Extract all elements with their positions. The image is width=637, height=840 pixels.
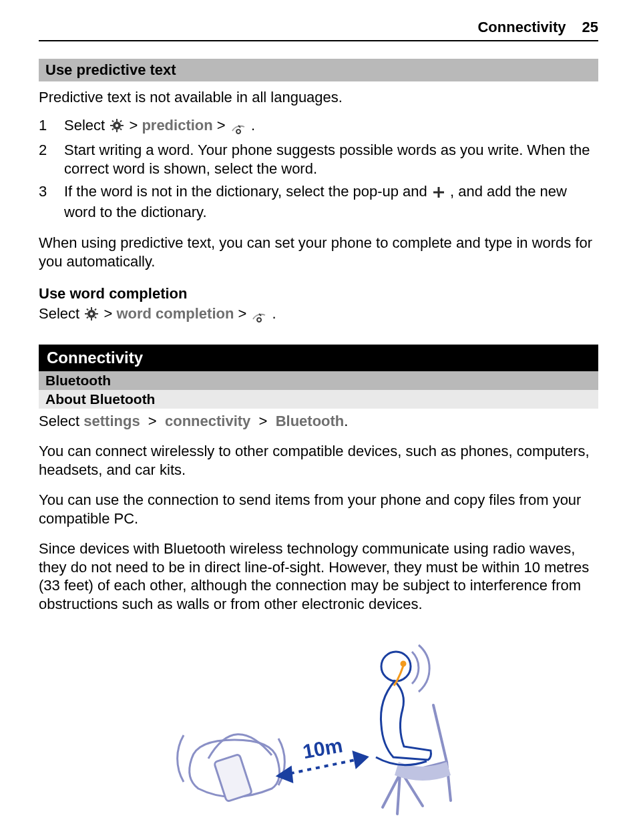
svg-rect-11: [433, 191, 444, 193]
bt-paragraph-3: Since devices with Bluetooth wireless te…: [39, 540, 598, 613]
svg-rect-6: [120, 128, 122, 130]
gt-glyph: >: [259, 413, 268, 429]
distance-label: 10m: [301, 734, 345, 763]
menu-item-connectivity: connectivity: [165, 413, 250, 429]
svg-rect-18: [94, 317, 97, 319]
step-3: 3 If the word is not in the dictionary, …: [39, 182, 598, 222]
step-2: 2 Start writing a word. Your phone sugge…: [39, 141, 598, 178]
svg-point-27: [401, 662, 405, 666]
menu-item-prediction: prediction: [142, 117, 216, 134]
numbered-steps: 1 Select > prediction > . 2 Start writin…: [39, 116, 598, 222]
word-completion-line: Select > word completion > .: [39, 305, 598, 325]
period-glyph: .: [272, 305, 276, 322]
select-label: Select: [39, 413, 83, 429]
bt-paragraph-2: You can use the connection to send items…: [39, 491, 598, 528]
svg-rect-19: [94, 308, 97, 311]
svg-rect-13: [91, 307, 92, 310]
svg-point-9: [116, 124, 118, 126]
svg-rect-5: [112, 120, 114, 122]
svg-point-26: [381, 652, 411, 681]
gear-icon: [110, 118, 124, 137]
svg-point-21: [90, 312, 93, 315]
section-title-bluetooth: Bluetooth: [39, 371, 598, 390]
svg-line-23: [282, 759, 362, 775]
gt-glyph: >: [103, 305, 112, 322]
svg-rect-3: [110, 125, 113, 126]
bluetooth-nav-line: Select settings > connectivity > Bluetoo…: [39, 413, 598, 430]
menu-item-word-completion: word completion: [116, 305, 238, 322]
menu-item-bluetooth: Bluetooth: [276, 413, 345, 429]
svg-rect-4: [121, 125, 124, 126]
step-number: 2: [39, 141, 64, 160]
period-glyph: .: [251, 117, 255, 134]
gt-glyph: >: [217, 117, 226, 134]
header-section: Connectivity: [477, 19, 566, 36]
svg-rect-16: [95, 313, 98, 314]
select-label: Select: [39, 305, 83, 322]
toggle-icon: [231, 118, 246, 137]
chapter-bar-connectivity: Connectivity: [39, 345, 598, 371]
bt-paragraph-1: You can connect wirelessly to other comp…: [39, 442, 598, 479]
svg-rect-7: [120, 120, 122, 122]
page-number: 25: [582, 19, 598, 36]
section-title-predictive: Use predictive text: [39, 59, 598, 81]
svg-rect-1: [116, 119, 118, 122]
step-text: Start writing a word. Your phone suggest…: [64, 141, 598, 178]
menu-item-settings: settings: [83, 413, 140, 429]
step-text-pre: If the word is not in the dictionary, se…: [64, 183, 431, 200]
gear-icon: [85, 307, 98, 325]
step-text: Select > prediction > .: [64, 116, 598, 137]
svg-rect-20: [86, 317, 89, 319]
gt-glyph: >: [238, 305, 247, 322]
step-text-pre: Select: [64, 117, 109, 134]
outro-text: When using predictive text, you can set …: [39, 234, 598, 270]
step-text: If the word is not in the dictionary, se…: [64, 182, 598, 222]
running-header: Connectivity 25: [39, 19, 598, 41]
bluetooth-range-figure: 10m: [39, 625, 598, 825]
subheading-word-completion: Use word completion: [39, 285, 598, 302]
step-1: 1 Select > prediction > .: [39, 116, 598, 137]
svg-rect-17: [86, 308, 89, 311]
step-number: 1: [39, 116, 64, 135]
plus-icon: [433, 184, 445, 203]
svg-rect-2: [116, 130, 118, 132]
svg-rect-15: [85, 313, 87, 314]
svg-marker-25: [354, 753, 367, 767]
step-number: 3: [39, 182, 64, 201]
intro-text: Predictive text is not available in all …: [39, 88, 598, 107]
period-glyph: .: [344, 413, 348, 429]
page: Connectivity 25 Use predictive text Pred…: [0, 0, 637, 840]
subsection-title-about-bluetooth: About Bluetooth: [39, 390, 598, 409]
svg-rect-14: [91, 318, 92, 321]
gt-glyph: >: [148, 413, 157, 429]
svg-rect-8: [112, 128, 114, 130]
gt-glyph: >: [129, 117, 138, 134]
toggle-icon: [252, 307, 266, 325]
